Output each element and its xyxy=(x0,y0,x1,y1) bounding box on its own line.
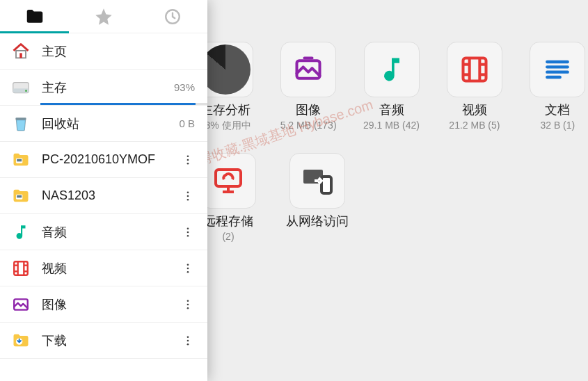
svg-point-54 xyxy=(187,343,189,345)
sidebar-item-trash[interactable]: 回收站 0 B xyxy=(0,106,207,142)
sidebar-item-label: PC-20210610YMOF xyxy=(42,152,178,167)
svg-point-53 xyxy=(187,339,189,341)
more-options-icon[interactable] xyxy=(178,190,198,202)
music-note-icon xyxy=(10,221,32,243)
svg-point-28 xyxy=(187,162,189,164)
svg-point-22 xyxy=(25,89,27,91)
grid-item-network-access[interactable]: 从网络访问 xyxy=(284,153,351,242)
netaccess-tile xyxy=(289,153,345,209)
navigation-drawer: 主页 主存 93% 回收站 0 B PC-20210610YMOF xyxy=(0,0,207,381)
drawer-tab-favorite[interactable] xyxy=(69,0,138,33)
svg-point-52 xyxy=(187,336,189,338)
drawer-tab-folder[interactable] xyxy=(0,0,69,33)
sidebar-item-video[interactable]: 视频 xyxy=(0,250,207,286)
audio-tile xyxy=(364,42,420,97)
drive-icon xyxy=(10,76,32,99)
sidebar-item-label: NAS1203 xyxy=(42,188,178,203)
star-icon xyxy=(94,7,113,26)
download-folder-icon xyxy=(10,330,32,352)
document-lines-icon xyxy=(542,54,573,85)
svg-point-34 xyxy=(187,227,189,229)
sidebar-item-label: 视频 xyxy=(42,260,178,277)
sidebar-item-download[interactable]: 下载 xyxy=(0,323,207,359)
more-options-icon[interactable] xyxy=(178,154,198,166)
svg-rect-12 xyxy=(216,170,241,186)
drawer-tab-row xyxy=(0,0,207,33)
monitor-to-phone-icon xyxy=(301,164,334,197)
svg-rect-25 xyxy=(17,159,22,161)
svg-point-50 xyxy=(187,307,189,309)
grid-item-sub: 29.1 MB (42) xyxy=(363,120,420,131)
svg-point-49 xyxy=(187,303,189,305)
music-note-icon xyxy=(376,54,407,85)
sidebar-item-label: 主存 xyxy=(42,79,174,96)
sidebar-item-label: 下载 xyxy=(42,332,178,349)
smb-folder-icon xyxy=(10,185,32,207)
svg-point-27 xyxy=(187,159,189,161)
sidebar-item-meta: 93% xyxy=(174,81,195,93)
svg-point-45 xyxy=(187,267,189,269)
storage-progress-track xyxy=(40,103,207,105)
grid-item-title: 图像 xyxy=(296,102,321,118)
more-options-icon[interactable] xyxy=(178,226,198,238)
smb-folder-icon xyxy=(10,149,32,171)
svg-rect-37 xyxy=(14,261,28,275)
grid-item-title: 音频 xyxy=(379,102,404,118)
svg-point-35 xyxy=(187,231,189,233)
picture-icon xyxy=(293,54,324,85)
svg-rect-23 xyxy=(15,117,26,120)
sidebar-item-label: 图像 xyxy=(42,296,178,313)
sidebar-item-pc[interactable]: PC-20210610YMOF xyxy=(0,142,207,178)
more-options-icon[interactable] xyxy=(178,298,198,311)
docs-tile xyxy=(530,42,585,97)
svg-point-44 xyxy=(187,264,189,266)
more-options-icon[interactable] xyxy=(178,334,198,347)
svg-point-48 xyxy=(187,300,189,302)
more-options-icon[interactable] xyxy=(178,262,198,275)
sidebar-item-nas[interactable]: NAS1203 xyxy=(0,178,207,214)
sidebar-item-label: 音频 xyxy=(42,224,178,241)
home-icon xyxy=(10,40,32,63)
svg-point-33 xyxy=(187,198,189,200)
sidebar-item-meta: 0 B xyxy=(179,117,195,129)
grid-item-title: 文档 xyxy=(545,102,570,118)
trash-icon xyxy=(10,113,32,135)
svg-rect-19 xyxy=(19,53,22,58)
sidebar-item-image[interactable]: 图像 xyxy=(0,286,207,323)
svg-point-36 xyxy=(187,234,189,236)
sidebar-item-audio[interactable]: 音频 xyxy=(0,214,207,250)
grid-item-sub: 5.2 MB (173) xyxy=(280,120,337,131)
grid-item-title: 远程存储 xyxy=(203,213,253,229)
svg-rect-16 xyxy=(321,177,331,193)
grid-item-title: 主存分析 xyxy=(200,102,251,118)
svg-point-26 xyxy=(187,155,189,157)
grid-item-audio[interactable]: 音频 29.1 MB (42) xyxy=(361,42,422,132)
svg-point-32 xyxy=(187,195,189,197)
monitor-cloud-icon xyxy=(212,164,245,197)
remote-tile xyxy=(200,153,256,209)
film-icon xyxy=(459,54,490,85)
grid-item-title: 视频 xyxy=(462,102,487,118)
svg-rect-1 xyxy=(463,58,486,81)
sidebar-item-home[interactable]: 主页 xyxy=(0,33,207,70)
grid-item-video[interactable]: 视频 21.2 MB (5) xyxy=(444,42,504,132)
grid-item-sub: 21.2 MB (5) xyxy=(449,120,500,131)
grid-item-docs[interactable]: 文档 32 B (1) xyxy=(527,42,588,132)
svg-point-46 xyxy=(187,270,189,273)
picture-icon xyxy=(10,293,32,316)
storage-pie-chart xyxy=(200,44,251,95)
drawer-tab-recent[interactable] xyxy=(138,0,207,33)
grid-item-sub: (2) xyxy=(222,231,234,242)
svg-point-31 xyxy=(187,191,189,193)
film-icon xyxy=(10,257,32,279)
grid-item-title: 从网络访问 xyxy=(286,213,349,229)
images-tile xyxy=(280,42,336,97)
sidebar-item-label: 主页 xyxy=(42,43,198,60)
grid-item-images[interactable]: 图像 5.2 MB (173) xyxy=(278,42,338,132)
sidebar-item-label: 回收站 xyxy=(42,115,179,132)
svg-rect-30 xyxy=(17,195,22,197)
sidebar-item-storage[interactable]: 主存 93% xyxy=(0,70,207,106)
video-tile xyxy=(447,42,502,97)
folder-icon xyxy=(24,6,45,27)
storage-progress-fill xyxy=(40,103,196,105)
